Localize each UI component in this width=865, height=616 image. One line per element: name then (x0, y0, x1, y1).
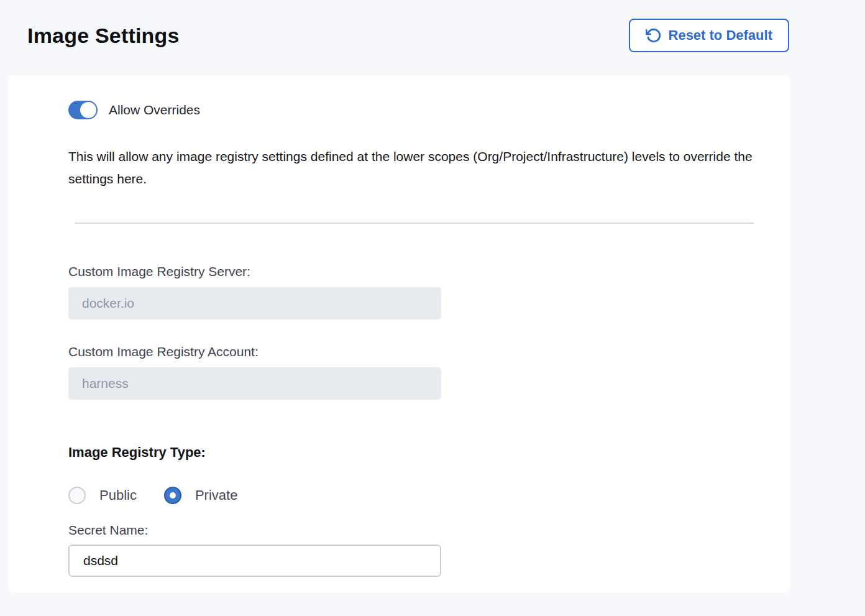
registry-type-section: Image Registry Type: Public Private (68, 444, 766, 504)
radio-private-label: Private (195, 487, 237, 503)
section-divider (75, 223, 754, 224)
override-description: This will allow any image registry setti… (68, 145, 759, 190)
radio-public-label: Public (99, 487, 137, 503)
reset-to-default-button[interactable]: Reset to Default (629, 19, 789, 52)
radio-private-circle[interactable] (164, 487, 181, 504)
reset-ccw-icon (646, 27, 662, 44)
radio-public-circle[interactable] (68, 487, 86, 504)
registry-type-label: Image Registry Type: (68, 444, 766, 461)
secret-name-input[interactable] (68, 545, 441, 577)
secret-name-field: Secret Name: (68, 523, 766, 577)
page-header: Image Settings Reset to Default (0, 0, 865, 52)
radio-option-public[interactable]: Public (68, 487, 137, 504)
registry-server-input[interactable] (68, 287, 441, 319)
registry-account-field: Custom Image Registry Account: (68, 344, 766, 400)
secret-name-label: Secret Name: (68, 523, 766, 538)
allow-overrides-toggle[interactable] (68, 101, 98, 119)
page-title: Image Settings (27, 24, 180, 48)
radio-option-private[interactable]: Private (164, 487, 237, 504)
allow-overrides-label: Allow Overrides (109, 103, 200, 117)
registry-account-input[interactable] (68, 367, 441, 400)
image-settings-card: Allow Overrides This will allow any imag… (9, 75, 790, 592)
reset-button-label: Reset to Default (669, 27, 772, 44)
allow-overrides-row: Allow Overrides (68, 101, 766, 119)
toggle-knob (80, 102, 96, 118)
registry-account-label: Custom Image Registry Account: (68, 344, 766, 359)
registry-server-field: Custom Image Registry Server: (68, 264, 766, 319)
registry-server-label: Custom Image Registry Server: (68, 264, 766, 279)
registry-type-radio-group: Public Private (68, 487, 766, 504)
